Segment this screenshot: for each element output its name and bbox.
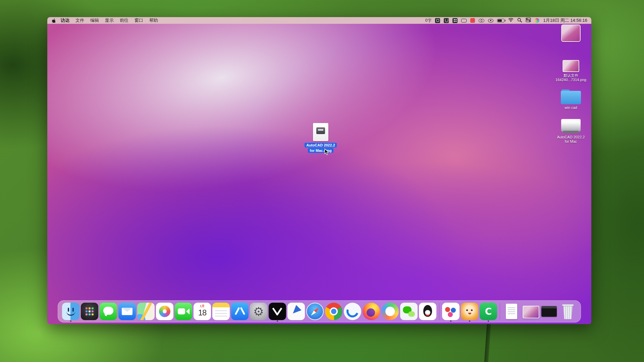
keyboard-grid-icon[interactable] [452,18,458,23]
wallpaper-purple-wave [167,162,591,324]
menubar: 访达 文件 编辑 显示 前往 窗口 帮助 0字 [47,17,591,24]
dock-calendar[interactable]: 1月18 [193,301,212,322]
input-method-icon[interactable] [435,18,440,23]
menu-finder[interactable]: 访达 [58,17,72,24]
running-indicator [450,320,451,322]
mac-screen: 访达 文件 编辑 显示 前往 窗口 帮助 0字 [47,17,591,324]
wallpaper-light-wave [47,24,454,222]
running-indicator [469,320,470,322]
display-icon[interactable] [461,19,467,22]
menu-help[interactable]: 帮助 [146,17,161,24]
document-file-icon [503,303,520,320]
dock-swirl-browser[interactable] [381,301,399,322]
red-app-icon[interactable] [470,18,475,23]
qq-icon [419,303,436,320]
capcut-icon [269,303,286,320]
u-input-icon[interactable] [444,18,449,23]
siri-icon[interactable] [535,18,539,23]
dock-facetime[interactable] [174,301,193,322]
dock-separator [439,303,439,320]
safari-icon [306,303,324,320]
dock-green-c-app[interactable]: C [479,301,498,322]
rings-icon[interactable] [479,18,484,22]
wallpaper-violet-wave [47,126,461,324]
firefox-icon [363,303,380,320]
blue-browser-icon [344,303,361,320]
wifi-icon[interactable] [508,18,514,23]
control-center-icon[interactable] [526,18,531,23]
menu-edit[interactable]: 编辑 [87,17,102,24]
dock-document-file[interactable] [502,301,521,322]
word-count[interactable]: 0字 [425,18,432,23]
screenshot-thumbnail-icon [561,24,581,42]
finder-icon [62,303,79,320]
spotlight-search-icon[interactable] [517,18,522,23]
desktop-icon-autocad-volume[interactable]: AutoCAD 2022.2 for Mac [555,118,587,144]
dock-pen-app[interactable] [287,301,306,322]
dock: 1月18⚙C [58,300,581,322]
desktop-wallpaper [47,24,591,324]
dock-wechat[interactable] [399,301,418,322]
image-file-label-line1: 默认文件 [555,73,586,78]
app-store-icon [231,303,249,320]
dock-safari[interactable] [306,301,324,322]
messages-icon [100,303,117,320]
battery-icon[interactable] [497,19,504,22]
dock-app-store[interactable] [230,301,249,322]
dock-screenshot-item[interactable] [521,301,540,322]
mascot-app-icon [461,303,478,320]
menubar-menus: 访达 文件 编辑 显示 前往 窗口 帮助 [47,17,161,24]
photos-icon [156,303,173,320]
dock-mascot-app[interactable] [460,301,479,322]
dock-qq[interactable] [418,301,437,322]
dock-circles-app[interactable] [441,301,460,322]
menu-file[interactable]: 文件 [72,17,87,24]
dock-firefox[interactable] [362,301,381,322]
mouse-cursor [324,148,329,157]
wallpaper-rose-wave [319,144,591,324]
folder-icon [561,89,581,104]
dock-photos[interactable] [155,301,174,322]
dmg-file-icon [313,123,328,141]
apple-menu[interactable] [52,18,56,23]
menubar-clock[interactable]: 1月18日 周二 14:56:16 [543,17,587,23]
dock-dark-window-item[interactable] [540,301,558,322]
leaf-stem [484,321,491,362]
dock-trash[interactable] [558,301,577,322]
chrome-icon [325,303,342,320]
desktop-icon-screenshot-thumbnail[interactable] [555,24,587,42]
dock-messages[interactable] [99,301,118,322]
menu-view[interactable]: 显示 [102,17,117,24]
menu-go[interactable]: 前往 [117,17,131,24]
green-c-app-icon: C [480,303,497,320]
desktop-icon-win-cad-folder[interactable]: win cad [555,89,587,110]
dock-chrome[interactable] [324,301,343,322]
trash-icon [559,303,577,320]
desktop-icon-image-file[interactable]: 默认文件 164240...7314.png [555,60,587,82]
eye-icon[interactable] [488,19,493,22]
dock-launchpad[interactable] [80,301,99,322]
dock-notes[interactable] [212,301,230,322]
running-indicator [70,320,71,322]
dock-mail[interactable] [118,301,137,322]
dock-finder[interactable] [61,301,80,322]
selected-file-autocad-dmg[interactable]: AutoCAD 2022.2 for Mac.dmg [302,123,339,153]
disk-label-line2: for Mac [557,139,585,144]
swirl-browser-icon [381,303,399,320]
apple-icon [52,18,56,23]
dock-blue-browser[interactable] [343,301,362,322]
wallpaper-pink-wave [243,30,591,282]
maps-icon [137,303,155,320]
running-indicator [277,320,278,322]
disk-label-line1: AutoCAD 2022.2 [557,135,585,139]
disk-image-icon [561,118,581,134]
dock-settings[interactable]: ⚙ [249,301,268,322]
dock-maps[interactable] [137,301,155,322]
circles-app-icon [442,303,460,320]
mail-icon [118,303,136,320]
notes-icon [212,303,230,320]
folder-label: win cad [565,106,577,110]
dock-capcut[interactable] [268,301,287,322]
dock-separator [500,303,500,320]
menu-window[interactable]: 窗口 [131,17,146,24]
